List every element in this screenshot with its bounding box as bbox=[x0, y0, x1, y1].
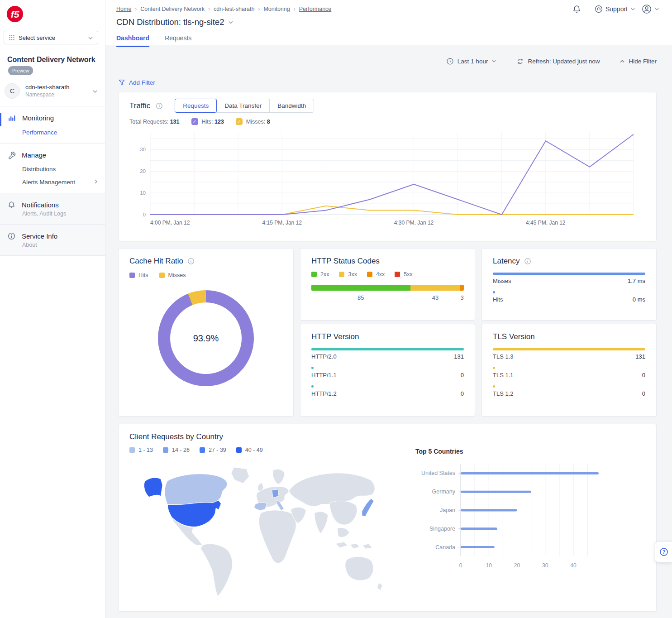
bar-label-row: Misses1.7 ms bbox=[493, 278, 645, 284]
sidebar-section-notifications[interactable]: Notifications Alerts, Audit Logs bbox=[0, 193, 105, 224]
checkbox-checked-icon: ✓ bbox=[191, 118, 198, 125]
support-menu[interactable]: Support bbox=[595, 5, 635, 13]
http-version-title: HTTP Version bbox=[311, 332, 359, 341]
hits-checkbox[interactable]: ✓ Hits: 123 bbox=[191, 118, 224, 125]
funnel-icon bbox=[118, 79, 125, 86]
status-codes-stacked-bar: 85433 bbox=[311, 285, 464, 301]
traffic-tab-requests[interactable]: Requests bbox=[175, 99, 217, 113]
tab-dashboard[interactable]: Dashboard bbox=[116, 34, 149, 47]
misses-legend-label: Misses bbox=[168, 272, 186, 278]
sidebar-item-notifications[interactable]: Notifications bbox=[7, 201, 98, 209]
legend-bucket-3: 27 - 39 bbox=[200, 447, 226, 453]
namespace-selector[interactable]: C cdn-test-sharath Namespace bbox=[0, 77, 105, 106]
refresh-button[interactable]: Refresh: Updated just now bbox=[516, 57, 600, 65]
breadcrumb-cdn[interactable]: Content Delivery Network bbox=[140, 6, 205, 12]
svg-text:30: 30 bbox=[542, 562, 548, 569]
support-label: Support bbox=[605, 5, 628, 13]
sidebar-item-distributions[interactable]: Distributions bbox=[22, 166, 98, 172]
misses-stat: Misses: 8 bbox=[246, 119, 270, 125]
hits-label: Hits: bbox=[202, 119, 213, 125]
svg-text:20: 20 bbox=[140, 168, 146, 174]
bucket-4-label: 40 - 49 bbox=[245, 447, 263, 453]
bucket-2-label: 14 - 26 bbox=[172, 447, 190, 453]
status-count-4xx: 3 bbox=[460, 294, 464, 301]
svg-text:4:30 PM, Jan 12: 4:30 PM, Jan 12 bbox=[394, 220, 434, 226]
account-menu[interactable] bbox=[642, 4, 659, 14]
select-service-dropdown[interactable]: Select service bbox=[4, 31, 98, 44]
chevron-down-icon bbox=[88, 34, 93, 41]
bar-label-row: HTTP/1.20 bbox=[311, 390, 464, 397]
time-range-selector[interactable]: Last 1 hour bbox=[446, 57, 497, 65]
http_version-row: HTTP/1.20 bbox=[311, 385, 464, 397]
bar-label: HTTP/1.2 bbox=[311, 390, 337, 397]
sidebar-section-service-info[interactable]: Service Info About bbox=[0, 225, 105, 255]
svg-text:4:00 PM, Jan 12: 4:00 PM, Jan 12 bbox=[150, 220, 190, 226]
total-requests-stat: Total Requests: 131 bbox=[129, 119, 180, 125]
chevron-right-icon bbox=[94, 179, 98, 186]
top5-countries-column: Top 5 Countries 010203040United StatesGe… bbox=[415, 442, 645, 598]
legend-item-2xx: 2xx bbox=[311, 271, 329, 278]
bucket-3-label: 27 - 39 bbox=[209, 447, 226, 453]
latency-bars: Misses1.7 msHits0 ms bbox=[493, 273, 645, 303]
traffic-tab-data-transfer[interactable]: Data Transfer bbox=[216, 99, 270, 113]
legend-bucket-2: 14 - 26 bbox=[163, 447, 190, 453]
breadcrumb-performance[interactable]: Performance bbox=[299, 6, 332, 12]
2xx-label: 2xx bbox=[320, 271, 329, 278]
sidebar-item-service-info[interactable]: Service Info bbox=[7, 232, 98, 240]
divider bbox=[0, 255, 105, 256]
bar-label-row: TLS 1.20 bbox=[493, 390, 645, 397]
breadcrumb-home[interactable]: Home bbox=[116, 6, 131, 12]
top-header: Home › Content Delivery Network › cdn-te… bbox=[105, 0, 672, 45]
misses-swatch bbox=[159, 273, 165, 278]
help-button[interactable]: ? bbox=[655, 541, 672, 562]
svg-text:40: 40 bbox=[570, 562, 577, 569]
hide-filter-toggle[interactable]: Hide Filter bbox=[620, 58, 657, 65]
sidebar-item-alerts-management[interactable]: Alerts Management bbox=[22, 179, 98, 186]
3xx-label: 3xx bbox=[348, 271, 357, 278]
traffic-title: Traffic bbox=[129, 101, 150, 110]
tab-requests[interactable]: Requests bbox=[165, 34, 191, 47]
chevron-down-icon bbox=[654, 7, 659, 11]
traffic-tab-bandwidth[interactable]: Bandwidth bbox=[269, 99, 314, 113]
add-filter-button[interactable]: Add Filter bbox=[118, 79, 155, 86]
bucket-1-label: 1 - 13 bbox=[138, 447, 153, 453]
breadcrumb-separator: › bbox=[294, 6, 295, 12]
latency-row: Hits0 ms bbox=[493, 291, 645, 303]
bucket-2-swatch bbox=[163, 447, 168, 453]
tls-version-card: TLS Version TLS 1.3131TLS 1.10TLS 1.20 bbox=[481, 324, 657, 417]
2xx-swatch bbox=[311, 272, 317, 277]
info-icon[interactable] bbox=[524, 258, 531, 265]
svg-text:4:15 PM, Jan 12: 4:15 PM, Jan 12 bbox=[262, 220, 302, 226]
sidebar-item-monitoring[interactable]: Monitoring bbox=[7, 114, 98, 123]
info-icon[interactable] bbox=[187, 258, 195, 265]
namespace-avatar: C bbox=[5, 83, 20, 99]
stacked-bar-labels: 85433 bbox=[311, 294, 464, 301]
chevron-down-icon bbox=[491, 59, 496, 63]
breadcrumb-namespace[interactable]: cdn-test-sharath bbox=[214, 6, 254, 12]
http-version-card: HTTP Version HTTP/2.0131HTTP/1.10HTTP/1.… bbox=[300, 324, 475, 417]
svg-text:30: 30 bbox=[140, 147, 146, 152]
country-map-column: 1 - 13 14 - 26 27 - 39 40 - 49 bbox=[129, 442, 405, 598]
status-segment-2xx bbox=[311, 285, 410, 291]
bucket-4-swatch bbox=[236, 447, 242, 453]
bar-label: TLS 1.2 bbox=[493, 390, 514, 397]
latency-row: Misses1.7 ms bbox=[493, 273, 645, 284]
info-icon[interactable] bbox=[156, 102, 163, 110]
stacked-bar bbox=[311, 285, 464, 291]
svg-text:0: 0 bbox=[459, 562, 462, 569]
misses-label: Misses: bbox=[246, 119, 265, 125]
middle-column: HTTP Status Codes 2xx 3xx 4xx 5xx 85433 bbox=[300, 248, 475, 417]
breadcrumb-monitoring[interactable]: Monitoring bbox=[263, 6, 290, 12]
cache-hit-ratio-donut: 93.9% bbox=[158, 290, 254, 386]
sidebar-item-performance[interactable]: Performance bbox=[22, 129, 98, 136]
wrench-icon bbox=[7, 151, 16, 159]
svg-text:10: 10 bbox=[140, 190, 146, 196]
misses-checkbox[interactable]: ✓ Misses: 8 bbox=[236, 118, 270, 125]
bar-label-row: Hits0 ms bbox=[493, 296, 645, 303]
chevron-down-icon[interactable] bbox=[228, 20, 234, 24]
hits-stat: Hits: 123 bbox=[202, 119, 224, 125]
notifications-bell-button[interactable] bbox=[572, 5, 581, 14]
sidebar-item-manage[interactable]: Manage bbox=[7, 151, 98, 159]
hits-legend-label: Hits bbox=[138, 272, 148, 278]
bar-label-row: HTTP/2.0131 bbox=[311, 353, 464, 360]
